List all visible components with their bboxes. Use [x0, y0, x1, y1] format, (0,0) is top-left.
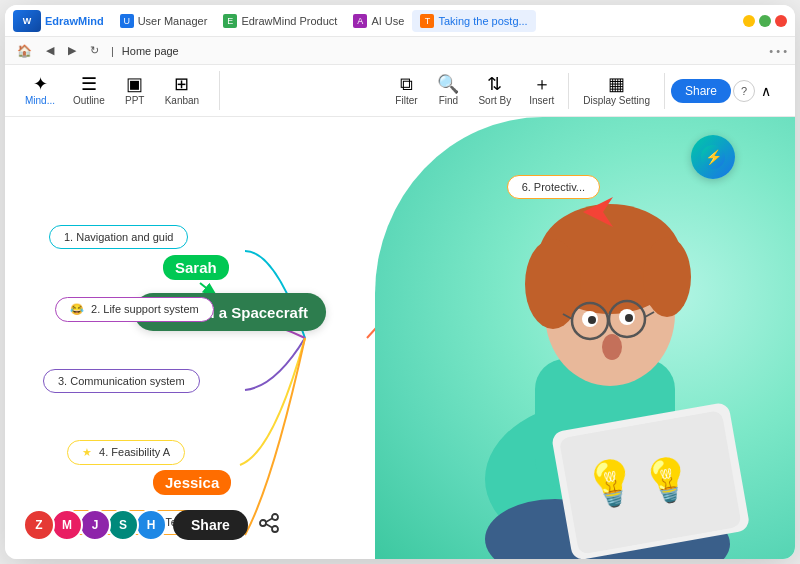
avatar-z: Z — [23, 509, 55, 541]
tab-ai-use[interactable]: A AI Use — [345, 10, 412, 32]
title-bar: W EdrawMind U User Manager E EdrawMind P… — [5, 5, 795, 37]
star-icon-4: ★ — [82, 446, 92, 458]
svg-point-27 — [272, 526, 278, 532]
ppt-icon: ▣ — [126, 75, 143, 93]
more-actions[interactable]: • • • — [769, 45, 787, 57]
filter-icon: ⧉ — [400, 75, 413, 93]
outline-view-button[interactable]: ☰ Outline — [65, 71, 113, 110]
find-button[interactable]: 🔍 Find — [428, 71, 468, 110]
svg-text:⚡: ⚡ — [705, 149, 723, 166]
share-button[interactable]: Share — [671, 79, 731, 103]
share-network-button[interactable] — [258, 512, 280, 539]
svg-point-17 — [625, 314, 633, 322]
svg-line-11 — [608, 319, 609, 321]
branch-node-3[interactable]: 3. Communication system — [43, 369, 200, 393]
refresh-button[interactable]: ↻ — [86, 42, 103, 59]
forward-button[interactable]: ▶ — [64, 42, 80, 59]
window-controls — [743, 15, 787, 27]
emoji-icon-2: 😂 — [70, 303, 84, 315]
logo-text: EdrawMind — [45, 15, 104, 27]
branch-node-2[interactable]: 😂 2. Life support system — [55, 297, 214, 322]
maximize-button[interactable] — [759, 15, 771, 27]
minimize-button[interactable] — [743, 15, 755, 27]
outline-label: Outline — [73, 95, 105, 106]
bottom-bar: Z M J S H Share — [23, 509, 280, 541]
toolbar: ✦ Mind... ☰ Outline ▣ PPT ⊞ Kanban ⧉ Fil… — [5, 65, 795, 117]
tab-user-manager[interactable]: U User Manager — [112, 10, 216, 32]
protection-arrow — [583, 197, 613, 231]
green-circle-badge[interactable]: ⚡ — [691, 135, 735, 179]
branch-node-4[interactable]: ★ 4. Feasibility A — [67, 440, 185, 465]
home-icon[interactable]: 🏠 — [13, 42, 36, 60]
find-icon: 🔍 — [437, 75, 459, 93]
mind-view-button[interactable]: ✦ Mind... — [17, 71, 63, 110]
svg-line-30 — [266, 524, 272, 528]
svg-marker-0 — [583, 197, 613, 227]
display-icon: ▦ — [608, 75, 625, 93]
help-button[interactable]: ? — [733, 80, 755, 102]
svg-line-29 — [266, 518, 272, 522]
svg-point-28 — [260, 520, 266, 526]
sort-button[interactable]: ⇅ Sort By — [470, 71, 519, 110]
app-logo: W EdrawMind — [13, 10, 104, 32]
kanban-icon: ⊞ — [174, 75, 189, 93]
sarah-cursor-label: Sarah — [163, 255, 229, 280]
address-bar: 🏠 ◀ ▶ ↻ | Home page • • • — [5, 37, 795, 65]
tab-edrawmind-product[interactable]: E EdrawMind Product — [215, 10, 345, 32]
back-button[interactable]: ◀ — [42, 42, 58, 59]
toolbar-separator-2 — [664, 73, 665, 109]
avatar-group: Z M J S H — [23, 509, 163, 541]
branch-node-1[interactable]: 1. Navigation and guid — [49, 225, 188, 249]
avatar-m: M — [51, 509, 83, 541]
avatar-j: J — [79, 509, 111, 541]
tab-icon-user-manager: U — [120, 14, 134, 28]
toolbar-separator — [568, 73, 569, 109]
avatar-h: H — [135, 509, 167, 541]
collapse-button[interactable]: ∧ — [761, 83, 771, 99]
share-pill-button[interactable]: Share — [173, 510, 248, 540]
jessica-cursor-label: Jessica — [153, 470, 231, 495]
avatar-s: S — [107, 509, 139, 541]
mind-label: Mind... — [25, 95, 55, 106]
main-canvas: 🚀 Build a Spacecraft 1. Navigation and g… — [5, 117, 795, 559]
kanban-label: Kanban — [165, 95, 199, 106]
svg-point-8 — [643, 237, 691, 317]
svg-point-16 — [588, 316, 596, 324]
insert-icon: ＋ — [533, 75, 551, 93]
breadcrumb: Home page — [122, 45, 179, 57]
outline-icon: ☰ — [81, 75, 97, 93]
insert-label: Insert — [529, 95, 554, 106]
svg-point-26 — [272, 514, 278, 520]
view-mode-group: ✦ Mind... ☰ Outline ▣ PPT ⊞ Kanban — [17, 71, 220, 110]
insert-button[interactable]: ＋ Insert — [521, 71, 562, 110]
display-label: Display Setting — [583, 95, 650, 106]
logo-icon: W — [13, 10, 41, 32]
tab-icon-ai: A — [353, 14, 367, 28]
display-setting-button[interactable]: ▦ Display Setting — [575, 71, 658, 110]
separator-1: | — [111, 45, 114, 57]
action-group: ⧉ Filter 🔍 Find ⇅ Sort By ＋ Insert ▦ Dis… — [386, 71, 783, 110]
app-window: W EdrawMind U User Manager E EdrawMind P… — [5, 5, 795, 559]
close-button[interactable] — [775, 15, 787, 27]
find-label: Find — [439, 95, 458, 106]
filter-button[interactable]: ⧉ Filter — [386, 71, 426, 110]
kanban-view-button[interactable]: ⊞ Kanban — [157, 71, 207, 110]
sort-label: Sort By — [478, 95, 511, 106]
protection-node[interactable]: 6. Protectiv... — [507, 175, 600, 199]
svg-point-18 — [602, 334, 622, 360]
ppt-label: PPT — [125, 95, 144, 106]
tab-taking-postg[interactable]: T Taking the postg... — [412, 10, 535, 32]
ppt-view-button[interactable]: ▣ PPT — [115, 71, 155, 110]
filter-label: Filter — [395, 95, 417, 106]
tab-icon-edrawmind: E — [223, 14, 237, 28]
mind-icon: ✦ — [33, 75, 48, 93]
tab-icon-postg: T — [420, 14, 434, 28]
sort-icon: ⇅ — [487, 75, 502, 93]
